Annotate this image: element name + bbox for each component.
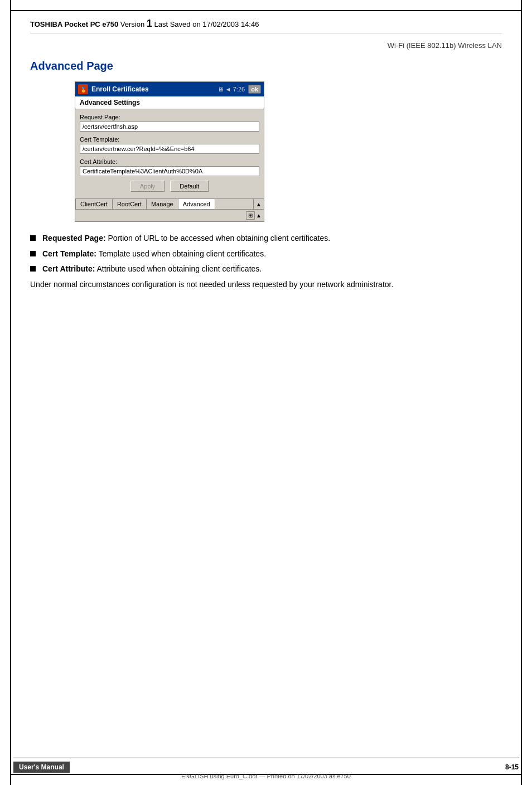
- field-label-1: Cert Template:: [80, 136, 259, 143]
- desc-bold-2: Cert Attribute:: [42, 264, 95, 273]
- product-name: TOSHIBA Pocket PC e750: [30, 20, 118, 28]
- grid-icon: ⊞: [246, 211, 255, 220]
- field-input-2[interactable]: CertificateTemplate%3AClientAuth%0D%0A: [80, 166, 259, 176]
- button-row: Apply Default: [80, 181, 259, 192]
- field-input-0[interactable]: /certsrv/certfnsh.asp: [80, 122, 259, 132]
- tab-rootcert[interactable]: RootCert: [113, 199, 147, 209]
- desc-text-2: Cert Attribute: Attribute used when obta…: [42, 264, 262, 275]
- desc-paragraph: Under normal circumstances configuration…: [30, 279, 502, 290]
- border-left: [10, 0, 11, 785]
- desc-bold-1: Cert Template:: [42, 249, 96, 258]
- desc-body-0: Portion of URL to be accessed when obtai…: [108, 234, 330, 243]
- wifi-bar: Wi-Fi (IEEE 802.11b) Wireless LAN: [30, 41, 502, 50]
- desc-body-2: Attribute used when obtaining client cer…: [97, 264, 262, 273]
- version-label: Version 1 Last Saved on 17/02/2003 14:46: [120, 20, 259, 28]
- desc-bold-0: Requested Page:: [42, 234, 106, 243]
- section-heading: Advanced Page: [30, 60, 502, 72]
- svg-text:🏅: 🏅: [80, 86, 87, 93]
- tab-manage[interactable]: Manage: [147, 199, 178, 209]
- desc-item-1: Cert Template: Template used when obtain…: [30, 249, 502, 260]
- desc-text-0: Requested Page: Portion of URL to be acc…: [42, 233, 330, 244]
- description-section: Requested Page: Portion of URL to be acc…: [30, 233, 502, 290]
- title-bar: 🏅 Enroll Certificates 🖥 ◄ 7:26 ok: [75, 82, 264, 96]
- tab-clientcert[interactable]: ClientCert: [75, 199, 113, 209]
- scroll-arrow-icon: ▲: [256, 212, 262, 219]
- desc-body-1: Template used when obtaining client cert…: [99, 249, 266, 258]
- form-body: Request Page: /certsrv/certfnsh.asp Cert…: [75, 109, 264, 198]
- header-title: TOSHIBA Pocket PC e750 Version 1 Last Sa…: [30, 18, 259, 30]
- wifi-label: Wi-Fi (IEEE 802.11b) Wireless LAN: [388, 41, 502, 50]
- tab-bar: ClientCert RootCert Manage Advanced ▲: [75, 198, 264, 209]
- field-label-2: Cert Attribute:: [80, 158, 259, 165]
- page-header: TOSHIBA Pocket PC e750 Version 1 Last Sa…: [30, 18, 502, 33]
- desc-item-2: Cert Attribute: Attribute used when obta…: [30, 264, 502, 275]
- bullet-2: [30, 266, 36, 272]
- footer-bottom-note: ENGLISH using Euro_C.dot — Printed on 17…: [0, 773, 532, 779]
- tab-advanced[interactable]: Advanced: [178, 199, 215, 209]
- scroll-up-icon[interactable]: ▲: [256, 201, 262, 207]
- title-bar-text: Enroll Certificates: [91, 85, 214, 93]
- footer-page-number: 8-15: [505, 763, 519, 771]
- app-icon: 🏅: [78, 84, 88, 94]
- border-top: [10, 10, 522, 11]
- field-label-0: Request Page:: [80, 114, 259, 120]
- page-footer: User's Manual 8-15: [13, 758, 519, 773]
- apply-button[interactable]: Apply: [130, 181, 165, 192]
- bottom-content: ⊞ ▲: [75, 209, 264, 221]
- border-right: [521, 0, 522, 785]
- footer-manual-label: User's Manual: [13, 762, 70, 773]
- ok-button[interactable]: ok: [248, 85, 261, 94]
- bullet-1: [30, 251, 36, 256]
- field-input-1[interactable]: /certsrv/certnew.cer?ReqId=%i&Enc=b64: [80, 144, 259, 154]
- bullet-0: [30, 235, 36, 241]
- status-icons: 🖥 ◄ 7:26: [217, 86, 245, 93]
- tab-scrollbar: ▲: [253, 199, 264, 209]
- advanced-settings-bar: Advanced Settings: [75, 96, 264, 109]
- desc-item-0: Requested Page: Portion of URL to be acc…: [30, 233, 502, 244]
- title-bar-status: 🖥 ◄ 7:26: [217, 86, 245, 93]
- desc-text-1: Cert Template: Template used when obtain…: [42, 249, 266, 260]
- ui-window: 🏅 Enroll Certificates 🖥 ◄ 7:26 ok Advanc…: [75, 81, 264, 222]
- default-button[interactable]: Default: [170, 181, 209, 192]
